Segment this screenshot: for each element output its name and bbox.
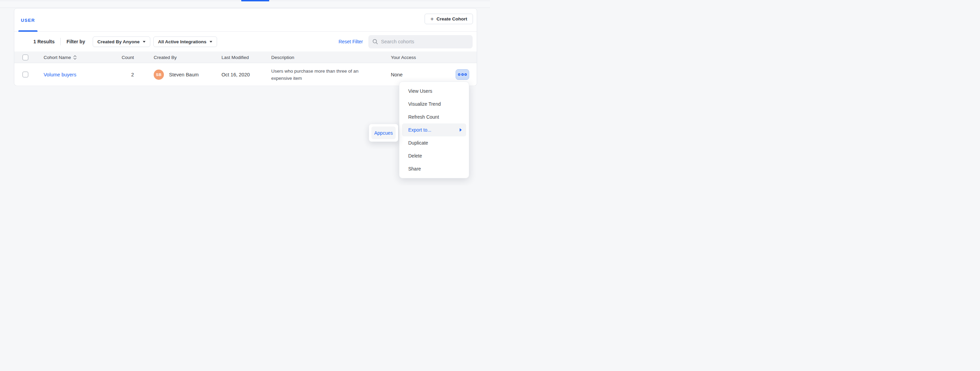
row-checkbox[interactable]: [22, 72, 28, 77]
ellipsis-icon: [458, 73, 467, 76]
cohort-count: 2: [103, 64, 134, 86]
search-icon: [372, 39, 378, 44]
table-header: Cohort Name Count Created By Last Modifi…: [14, 51, 477, 63]
menu-item-export-to-label: Export to...: [408, 127, 431, 133]
row-actions-button[interactable]: [456, 69, 469, 80]
created-by-dropdown-value: Created By Anyone: [97, 39, 140, 44]
create-cohort-label: Create Cohort: [436, 16, 467, 21]
menu-item-visualize-trend[interactable]: Visualize Trend: [399, 97, 469, 110]
menu-item-refresh-count[interactable]: Refresh Count: [399, 110, 469, 123]
filter-bar: 1 Results Filter by Created By Anyone Al…: [14, 32, 477, 51]
menu-item-share[interactable]: Share: [399, 162, 469, 175]
create-cohort-button[interactable]: + Create Cohort: [425, 14, 473, 24]
menu-item-delete[interactable]: Delete: [399, 150, 469, 162]
tab-user[interactable]: USER: [18, 8, 38, 32]
column-header-count: Count: [103, 51, 134, 63]
submenu-arrow-icon: [460, 128, 462, 132]
integrations-dropdown-value: All Active Integrations: [158, 39, 207, 44]
created-by-name: Steven Baum: [169, 64, 199, 86]
avatar: SB: [154, 70, 164, 80]
column-header-last-modified: Last Modified: [221, 51, 249, 63]
column-header-description: Description: [271, 51, 294, 63]
created-by-dropdown[interactable]: Created By Anyone: [93, 37, 150, 47]
active-nav-tab-indicator: [241, 0, 269, 2]
cohorts-card: USER + Create Cohort 1 Results Filter by…: [14, 8, 477, 86]
integrations-dropdown[interactable]: All Active Integrations: [153, 37, 217, 47]
sort-icon: [73, 55, 77, 60]
chevron-down-icon: [210, 41, 212, 43]
column-header-cohort-name[interactable]: Cohort Name: [44, 51, 77, 63]
top-nav-band: [0, 1, 490, 8]
menu-item-export-to[interactable]: Export to...: [402, 123, 466, 136]
select-all-checkbox[interactable]: [22, 54, 28, 61]
menu-item-view-users[interactable]: View Users: [399, 84, 469, 97]
results-count: 1 Results: [33, 39, 54, 44]
submenu-item-appcues[interactable]: Appcues: [371, 126, 396, 139]
reset-filter-link[interactable]: Reset Filter: [338, 39, 363, 44]
chevron-down-icon: [143, 41, 145, 43]
last-modified-date: Oct 16, 2020: [221, 64, 250, 86]
column-header-created-by: Created By: [154, 51, 177, 63]
plus-icon: +: [430, 16, 434, 22]
cohort-name-link[interactable]: Volume buyers: [44, 72, 76, 77]
row-actions-menu: View Users Visualize Trend Refresh Count…: [399, 81, 469, 178]
menu-item-duplicate[interactable]: Duplicate: [399, 136, 469, 150]
filter-by-label: Filter by: [67, 39, 85, 44]
tab-bar: USER + Create Cohort: [14, 8, 477, 32]
search-box[interactable]: [368, 35, 473, 48]
export-submenu: Appcues: [369, 124, 398, 142]
column-header-your-access: Your Access: [391, 51, 416, 63]
column-header-label: Cohort Name: [44, 55, 71, 60]
search-input[interactable]: [381, 39, 469, 44]
cohort-description: Users who purchase more than three of an…: [271, 67, 367, 82]
